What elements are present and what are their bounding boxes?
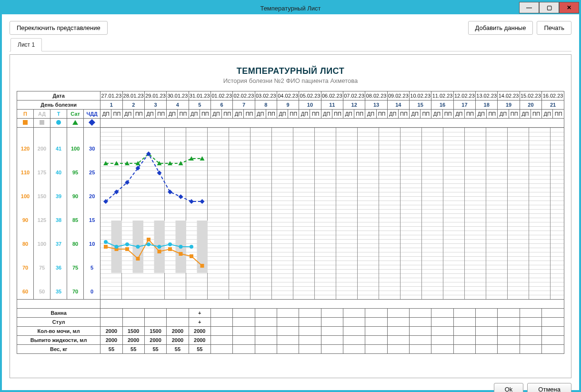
metric-header-col_p: П: [17, 110, 34, 119]
cell-vanna: [520, 309, 541, 318]
cell-mochi: [343, 327, 365, 336]
cell-zhidkost: [343, 336, 365, 345]
cell-ves: [233, 345, 255, 354]
cell-zhidkost: [321, 336, 343, 345]
svg-point-21: [168, 242, 172, 246]
day-cell: 5: [189, 101, 210, 110]
row-label-mochi: Кол-во мочи, мл: [17, 327, 100, 336]
svg-rect-9: [147, 238, 150, 241]
cell-mochi: 2000: [167, 327, 189, 336]
cell-vanna: [476, 309, 498, 318]
cell-zhidkost: [365, 336, 387, 345]
cell-mochi: 1500: [122, 327, 144, 336]
ok-button[interactable]: Ok: [494, 383, 524, 392]
dialog-footer: Ok Отмена: [10, 383, 571, 392]
cell-vanna: [144, 309, 166, 318]
cell-stul: [542, 318, 564, 327]
cell-ves: [453, 345, 475, 354]
cell-ves: [387, 345, 409, 354]
cell-ves: [210, 345, 232, 354]
pp-header: ПП: [487, 110, 498, 119]
date-cell: 31.01.23: [189, 91, 210, 101]
svg-rect-12: [179, 252, 183, 256]
cell-mochi: [453, 327, 475, 336]
cell-stul: [167, 318, 189, 327]
cell-vanna: [343, 309, 365, 318]
cell-vanna: [498, 309, 520, 318]
temperature-chart: [100, 128, 551, 299]
maximize-button[interactable]: ▢: [539, 2, 559, 13]
cell-mochi: [210, 327, 232, 336]
cell-vanna: [431, 309, 453, 318]
cell-ves: [520, 345, 541, 354]
toolbar: Переключить представление Добавить данны…: [10, 21, 571, 35]
dp-header: ДП: [210, 110, 221, 119]
svg-rect-7: [125, 247, 129, 251]
cancel-button[interactable]: Отмена: [527, 383, 571, 392]
pp-header: ПП: [200, 110, 210, 119]
dp-header: ДП: [167, 110, 178, 119]
svg-rect-5: [104, 245, 108, 249]
day-cell: 19: [498, 101, 520, 110]
dp-header: ДП: [122, 110, 133, 119]
cell-ves: [255, 345, 277, 354]
cell-ves: [431, 345, 453, 354]
legend-spacer: [100, 119, 564, 128]
date-cell: 10.02.23: [410, 91, 431, 101]
day-cell: 3: [144, 101, 166, 110]
cell-stul: [387, 318, 409, 327]
pp-header: ПП: [222, 110, 233, 119]
pp-header: ПП: [354, 110, 365, 119]
cell-zhidkost: [520, 336, 541, 345]
pp-header: ПП: [288, 110, 299, 119]
day-cell: 6: [210, 101, 232, 110]
cell-zhidkost: 2000: [100, 336, 122, 345]
print-button[interactable]: Печать: [537, 21, 571, 35]
day-cell: 1: [100, 101, 122, 110]
cell-ves: 55: [189, 345, 210, 354]
tab-sheet-1[interactable]: Лист 1: [10, 38, 42, 51]
dp-header: ДП: [189, 110, 200, 119]
pp-header: ПП: [421, 110, 431, 119]
pp-header: ПП: [133, 110, 144, 119]
minimize-button[interactable]: —: [519, 2, 539, 13]
svg-point-16: [115, 245, 119, 249]
row-ves: Вес, кг5555555555: [17, 345, 564, 354]
dp-header: ДП: [100, 110, 111, 119]
cell-ves: [542, 345, 564, 354]
pp-header: ПП: [310, 110, 321, 119]
cell-stul: [520, 318, 541, 327]
cell-mochi: 1500: [144, 327, 166, 336]
svg-rect-8: [136, 257, 140, 261]
close-button[interactable]: ✕: [559, 2, 579, 13]
svg-rect-10: [158, 250, 161, 253]
cell-vanna: [210, 309, 232, 318]
row-stul: Стул+: [17, 318, 564, 327]
cell-stul: [233, 318, 255, 327]
pp-header: ПП: [244, 110, 255, 119]
cell-ves: [321, 345, 343, 354]
cell-stul: [255, 318, 277, 327]
temperature-sheet-table: Дата27.01.2328.01.2329.01.2330.01.2331.0…: [17, 91, 564, 354]
date-cell: 14.02.23: [498, 91, 520, 101]
cell-stul: [299, 318, 321, 327]
cell-ves: [476, 345, 498, 354]
titlebar: Температурный Лист — ▢ ✕: [2, 2, 579, 14]
add-data-button[interactable]: Добавить данные: [468, 21, 533, 35]
row-mochi: Кол-во мочи, мл20001500150020002000: [17, 327, 564, 336]
dp-header: ДП: [233, 110, 244, 119]
date-cell: 16.02.23: [542, 91, 564, 101]
svg-point-17: [125, 242, 129, 246]
day-cell: 4: [167, 101, 189, 110]
cell-stul: [321, 318, 343, 327]
cell-vanna: [167, 309, 189, 318]
cell-vanna: [321, 309, 343, 318]
legend-bp-icon: [34, 119, 50, 128]
toggle-view-button[interactable]: Переключить представление: [10, 21, 108, 35]
y-scale-chdd: 302520151050: [84, 128, 100, 300]
date-cell: 03.02.23: [255, 91, 277, 101]
cell-mochi: [387, 327, 409, 336]
cell-zhidkost: 2000: [189, 336, 210, 345]
cell-zhidkost: [210, 336, 232, 345]
cell-ves: [277, 345, 299, 354]
